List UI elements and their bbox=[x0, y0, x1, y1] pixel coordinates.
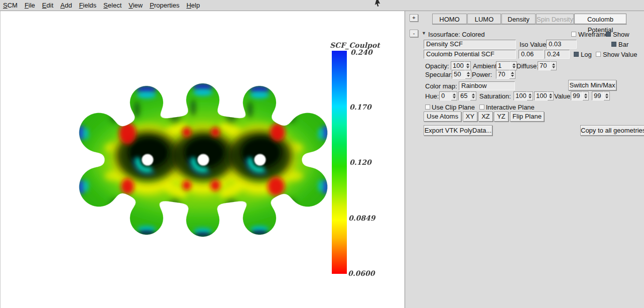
tab-coulomb-potential[interactable]: Coulomb Potential bbox=[574, 14, 626, 24]
xy-button[interactable]: XY bbox=[463, 112, 477, 122]
menubar: SCM File Edit Add Fields Select View Pro… bbox=[0, 0, 644, 11]
menu-add[interactable]: Add bbox=[60, 2, 72, 9]
colorbar bbox=[332, 51, 347, 274]
show-value-label: Show Value bbox=[603, 50, 637, 59]
menu-file[interactable]: File bbox=[25, 2, 35, 9]
menu-properties[interactable]: Properties bbox=[150, 2, 179, 9]
collapse-button[interactable]: - bbox=[410, 30, 418, 37]
opacity-spinner[interactable]: 100 bbox=[451, 61, 471, 70]
value-min-spinner[interactable]: 99 bbox=[571, 91, 589, 100]
colormap-label: Color map: bbox=[425, 82, 457, 90]
spinner-arrows-icon[interactable] bbox=[583, 91, 589, 100]
specular-label: Specular: bbox=[425, 70, 453, 79]
tab-lumo[interactable]: LUMO bbox=[467, 14, 501, 24]
spinner-arrows-icon[interactable] bbox=[451, 91, 457, 100]
interactive-plane-label: Interactive Plane bbox=[486, 103, 535, 112]
spinner-arrows-icon[interactable] bbox=[551, 61, 557, 70]
3d-viewport[interactable]: SCF_Coulpot 0.240 0.170 0.120 0.0849 0.0… bbox=[0, 11, 405, 308]
spinner-arrows-icon[interactable] bbox=[470, 91, 476, 100]
menu-select[interactable]: Select bbox=[103, 2, 121, 9]
value-label: Value: bbox=[554, 92, 572, 100]
tab-homo[interactable]: HOMO bbox=[432, 14, 467, 24]
iso-value-input[interactable]: 0.03 bbox=[546, 40, 577, 49]
use-atoms-button[interactable]: Use Atoms bbox=[424, 112, 461, 122]
saturation-label: Saturation: bbox=[479, 92, 511, 100]
menu-fields[interactable]: Fields bbox=[79, 2, 96, 9]
value-max-spinner[interactable]: 99 bbox=[592, 91, 610, 100]
diffuse-label: Diffuse: bbox=[517, 62, 539, 70]
menu-scm[interactable]: SCM bbox=[3, 2, 18, 9]
coulomb-field-select[interactable]: Coulomb Potential SCF bbox=[424, 50, 516, 59]
bar-checkbox[interactable] bbox=[611, 42, 616, 47]
power-label: Power: bbox=[472, 70, 492, 79]
yz-button[interactable]: YZ bbox=[494, 112, 508, 122]
xz-button[interactable]: XZ bbox=[478, 112, 493, 122]
saturation-max-spinner[interactable]: 100 bbox=[534, 91, 554, 100]
flip-plane-button[interactable]: Flip Plane bbox=[510, 112, 544, 122]
field-tabs: HOMO LUMO Density Spin Density Coulomb P… bbox=[432, 14, 627, 25]
tab-density[interactable]: Density bbox=[501, 14, 536, 24]
opacity-label: Opacity: bbox=[425, 62, 449, 70]
copy-to-all-geometries-button[interactable]: Copy to all geometries bbox=[580, 125, 644, 136]
wireframe-label: Wireframe bbox=[578, 30, 608, 39]
show-value-checkbox[interactable] bbox=[596, 52, 601, 57]
ring-hole-middle bbox=[171, 131, 235, 181]
diffuse-spinner[interactable]: 70 bbox=[538, 61, 557, 70]
saturation-min-spinner[interactable]: 100 bbox=[513, 91, 533, 100]
fields-panel: + - HOMO LUMO Density Spin Density Coulo… bbox=[405, 11, 644, 308]
show-checkbox[interactable] bbox=[606, 32, 611, 37]
colormap-select[interactable]: Rainbow bbox=[459, 81, 515, 90]
spinner-arrows-icon[interactable] bbox=[548, 91, 554, 100]
colorbar-tick: 0.0600 bbox=[348, 269, 375, 277]
spinner-arrows-icon[interactable] bbox=[509, 70, 516, 79]
show-label: Show bbox=[613, 30, 629, 39]
hue-label: Hue: bbox=[425, 92, 439, 100]
spinner-arrows-icon[interactable] bbox=[465, 61, 471, 70]
isosurface-title: Isosurface: Colored bbox=[428, 30, 485, 39]
menu-view[interactable]: View bbox=[128, 2, 143, 9]
interactive-plane-checkbox[interactable] bbox=[479, 105, 484, 110]
expand-button[interactable]: + bbox=[410, 14, 418, 22]
coulomb-max-input[interactable]: 0.24 bbox=[545, 50, 570, 59]
switch-minmax-button[interactable]: Switch Min/Max bbox=[568, 80, 616, 90]
colorbar-tick: 0.120 bbox=[349, 158, 371, 166]
density-field-select[interactable]: Density SCF bbox=[424, 40, 516, 49]
coulomb-min-input[interactable]: 0.06 bbox=[519, 50, 544, 59]
colorbar-tick: 0.170 bbox=[349, 103, 371, 111]
ambient-label: Ambient: bbox=[473, 62, 498, 70]
export-vtk-button[interactable]: Export VTK PolyData... bbox=[424, 125, 492, 136]
wireframe-checkbox[interactable] bbox=[571, 32, 576, 37]
hue-min-spinner[interactable]: 0 bbox=[439, 91, 457, 100]
specular-spinner[interactable]: 50 bbox=[452, 70, 471, 79]
menu-edit[interactable]: Edit bbox=[42, 2, 53, 9]
spinner-arrows-icon[interactable] bbox=[465, 70, 471, 79]
collapse-caret-icon[interactable]: ▼ bbox=[422, 30, 426, 37]
colorbar-tick: 0.0849 bbox=[348, 214, 375, 222]
log-label: Log bbox=[581, 50, 592, 59]
spinner-arrows-icon[interactable] bbox=[604, 91, 610, 100]
spinner-arrows-icon[interactable] bbox=[527, 91, 533, 100]
colorbar-tick: 0.240 bbox=[350, 48, 372, 56]
log-checkbox[interactable] bbox=[574, 52, 579, 57]
ambient-spinner[interactable]: 1 bbox=[496, 61, 517, 70]
use-clip-plane-checkbox[interactable] bbox=[425, 105, 430, 110]
use-clip-plane-label: Use Clip Plane bbox=[432, 103, 475, 112]
power-spinner[interactable]: 70 bbox=[496, 70, 516, 79]
hue-max-spinner[interactable]: 65 bbox=[458, 91, 476, 100]
menu-help[interactable]: Help bbox=[186, 2, 200, 9]
bar-label: Bar bbox=[618, 40, 628, 49]
tab-spin-density: Spin Density bbox=[536, 14, 574, 24]
iso-value-label: Iso Value bbox=[520, 40, 546, 49]
